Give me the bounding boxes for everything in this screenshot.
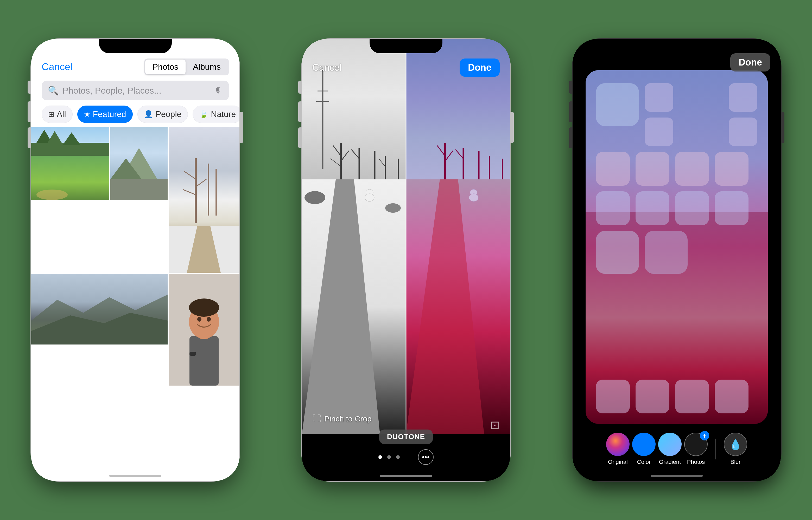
app-icon-small-4[interactable] — [729, 118, 757, 146]
volume-down-button[interactable] — [28, 127, 31, 148]
app-icon-large-2[interactable] — [596, 231, 639, 274]
blur-drop-icon: 💧 — [729, 438, 742, 450]
segment-photos[interactable]: Photos — [145, 59, 186, 74]
wallpaper-header: Done — [730, 53, 770, 72]
svg-rect-14 — [216, 169, 217, 215]
dock-icon-1[interactable] — [596, 380, 630, 413]
search-input[interactable]: Photos, People, Places... — [63, 85, 210, 96]
power-button[interactable] — [240, 112, 243, 143]
app-icon-med-4[interactable] — [715, 152, 748, 186]
wallpaper-preview — [586, 70, 768, 424]
toolbar-divider — [715, 439, 716, 460]
filter-people[interactable]: 👤 People — [138, 106, 188, 123]
app-icon-med-5[interactable] — [596, 191, 630, 225]
tool-color[interactable]: Color — [632, 433, 656, 465]
svg-point-29 — [207, 317, 211, 321]
svg-point-3 — [36, 189, 68, 200]
phone3-shell: Done — [572, 39, 781, 481]
phone2-vol-down[interactable] — [298, 127, 302, 148]
phone3-vol-down[interactable] — [569, 127, 572, 148]
filter-bar: ⊞ All ★ Featured 👤 People 🍃 Nature — [31, 103, 240, 127]
filter-featured[interactable]: ★ Featured — [77, 106, 133, 123]
phone2-silent[interactable] — [298, 81, 302, 94]
pinch-crop-text: Pinch to Crop — [324, 414, 372, 423]
phone2-notch — [370, 39, 442, 53]
app-icon-large-3[interactable] — [645, 231, 688, 274]
photo-row-1 — [31, 127, 240, 273]
phone2-vol-up[interactable] — [298, 101, 302, 122]
tool-gradient[interactable]: Gradient — [658, 433, 682, 465]
app-icon-small-3[interactable] — [729, 83, 757, 112]
tool-photos[interactable]: + Photos — [684, 433, 708, 465]
app-icon-med-8[interactable] — [715, 191, 748, 225]
editor-screen: Cancel Done ⛶ Pinch to Crop ⊡ DUOTONE ••… — [302, 39, 510, 481]
app-icon-small-2[interactable] — [645, 118, 673, 146]
wallpaper-done-button[interactable]: Done — [730, 53, 770, 72]
phone3-vol-up[interactable] — [569, 101, 572, 122]
pinch-crop-label: ⛶ Pinch to Crop — [312, 414, 372, 424]
phone2-home-indicator — [380, 475, 432, 477]
svg-point-28 — [197, 317, 201, 321]
blur-label: Blur — [730, 459, 740, 465]
dock-icon-4[interactable] — [715, 380, 748, 413]
filter-all[interactable]: ⊞ All — [42, 106, 73, 123]
color-label: Color — [637, 459, 651, 465]
tool-blur[interactable]: 💧 Blur — [724, 433, 747, 465]
photos-header: Cancel Photos Albums — [31, 53, 240, 78]
silent-switch[interactable] — [28, 81, 31, 94]
app-icon-med-6[interactable] — [636, 191, 669, 225]
filter-nature[interactable]: 🍃 Nature — [193, 106, 240, 123]
filter-name-badge: DUOTONE — [379, 430, 433, 444]
filter-people-label: People — [156, 109, 182, 119]
original-label: Original — [608, 459, 628, 465]
mic-icon[interactable]: 🎙 — [214, 85, 223, 96]
photo-person[interactable] — [169, 274, 240, 386]
filter-dot-1[interactable] — [378, 455, 382, 459]
split-photo-area — [302, 39, 510, 434]
photo-green-meadow[interactable] — [31, 127, 109, 200]
app-icon-med-7[interactable] — [675, 191, 709, 225]
photo-sky-mountain[interactable] — [110, 127, 168, 200]
search-icon: 🔍 — [48, 85, 59, 96]
filter-dot-2[interactable] — [387, 455, 391, 459]
gradient-icon — [658, 433, 682, 456]
svg-point-49 — [365, 194, 374, 202]
search-bar[interactable]: 🔍 Photos, People, Places... 🎙 — [42, 81, 229, 100]
phone2-power[interactable] — [510, 112, 514, 143]
filter-dot-3[interactable] — [396, 455, 400, 459]
editor-cancel-button[interactable]: Cancel — [312, 62, 341, 73]
app-icon-med-3[interactable] — [675, 152, 709, 186]
phone1-shell: Cancel Photos Albums 🔍 Photos, People, P… — [31, 39, 240, 481]
phone3-silent[interactable] — [569, 81, 572, 94]
photo-row-2 — [31, 274, 240, 386]
phone3-power[interactable] — [781, 112, 784, 143]
more-options-button[interactable]: ••• — [418, 449, 434, 465]
dock — [596, 380, 757, 413]
dock-icon-3[interactable] — [675, 380, 709, 413]
photo-winter-scene[interactable] — [169, 127, 240, 273]
photos-icon: + — [684, 433, 708, 456]
split-bw-side — [302, 39, 406, 434]
phone3-notch — [640, 39, 713, 53]
app-icon-small-1[interactable] — [645, 83, 673, 112]
editor-done-button[interactable]: Done — [460, 58, 500, 77]
color-icon — [632, 433, 656, 456]
svg-point-64 — [469, 194, 478, 202]
editor-bottom-controls: DUOTONE ••• — [302, 424, 510, 471]
segment-albums[interactable]: Albums — [186, 59, 228, 74]
tool-original[interactable]: Original — [606, 433, 630, 465]
cancel-button[interactable]: Cancel — [42, 61, 72, 73]
split-divider[interactable] — [406, 39, 407, 434]
app-icon-med-1[interactable] — [596, 152, 630, 186]
wallpaper-screen: Done — [572, 39, 781, 481]
crop-icon: ⛶ — [312, 414, 321, 424]
dock-icon-2[interactable] — [636, 380, 669, 413]
volume-up-button[interactable] — [28, 101, 31, 122]
app-icon-large-1[interactable] — [596, 83, 639, 126]
app-icon-med-2[interactable] — [636, 152, 669, 186]
photo-grid — [31, 127, 240, 481]
phone3-home-indicator — [650, 475, 703, 477]
original-icon — [606, 433, 630, 456]
person-icon: 👤 — [144, 110, 153, 119]
photo-wide-landscape[interactable] — [31, 274, 168, 344]
